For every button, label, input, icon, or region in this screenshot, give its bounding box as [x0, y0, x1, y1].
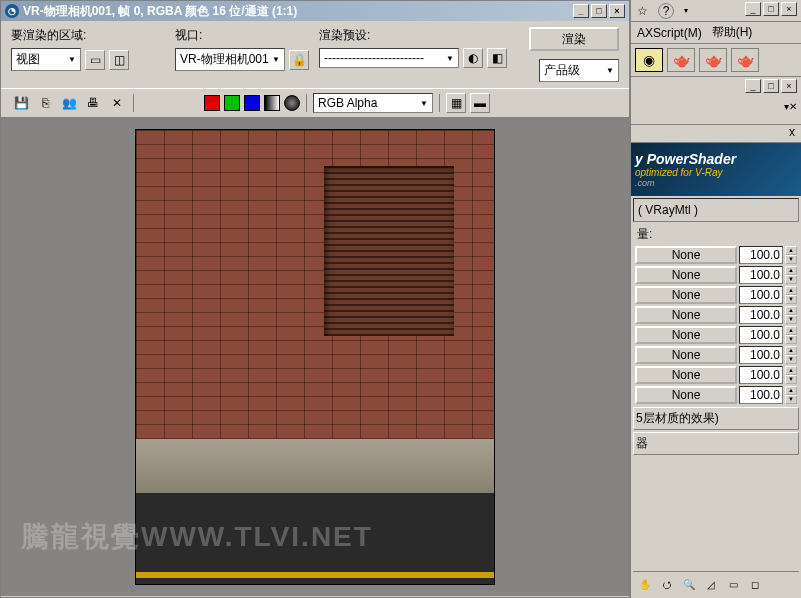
spin-down-icon[interactable]: ▼ — [785, 355, 797, 364]
lock-viewport-icon[interactable]: 🔒 — [289, 50, 309, 70]
sample-teapot2-icon[interactable]: 🫖 — [699, 48, 727, 72]
nav-orbit-icon[interactable]: ⭯ — [657, 574, 677, 594]
panel-min-button[interactable]: _ — [745, 79, 761, 93]
area-combo[interactable]: 视图▼ — [11, 48, 81, 71]
map-slot-row: None100.0▲▼ — [631, 305, 801, 325]
region-select-rect-icon[interactable]: ▭ — [85, 50, 105, 70]
channel-value: RGB Alpha — [318, 96, 377, 110]
sidewalk — [136, 439, 494, 493]
spin-down-icon[interactable]: ▼ — [785, 295, 797, 304]
spin-down-icon[interactable]: ▼ — [785, 395, 797, 404]
minimize-button[interactable]: _ — [573, 4, 589, 18]
maximize-button[interactable]: □ — [591, 4, 607, 18]
spin-down-icon[interactable]: ▼ — [785, 375, 797, 384]
spin-up-icon[interactable]: ▲ — [785, 246, 797, 255]
spin-up-icon[interactable]: ▲ — [785, 286, 797, 295]
title-bar[interactable]: ◔ VR-物理相机001, 帧 0, RGBA 颜色 16 位/通道 (1:1)… — [1, 1, 629, 21]
map-amount-spinner[interactable]: 100.0 — [739, 346, 783, 364]
rollout-arrow-icon[interactable]: ▾✕ — [784, 101, 797, 112]
map-amount-spinner[interactable]: 100.0 — [739, 246, 783, 264]
region-auto-icon[interactable]: ◫ — [109, 50, 129, 70]
nav-region-icon[interactable]: ▭ — [723, 574, 743, 594]
channel-red-icon[interactable] — [204, 95, 220, 111]
map-slot-row: None100.0▲▼ — [631, 265, 801, 285]
menu-bar-2: AXScript(M) 帮助(H) — [631, 22, 801, 44]
panel-max-button[interactable]: □ — [763, 79, 779, 93]
preset-combo[interactable]: -------------------------▼ — [319, 48, 459, 68]
render-frame-window: ◔ VR-物理相机001, 帧 0, RGBA 颜色 16 位/通道 (1:1)… — [0, 0, 630, 598]
channel-combo[interactable]: RGB Alpha▼ — [313, 93, 433, 113]
map-amount-spinner[interactable]: 100.0 — [739, 366, 783, 384]
section-qi[interactable]: 器 — [633, 432, 799, 455]
spin-up-icon[interactable]: ▲ — [785, 386, 797, 395]
spin-down-icon[interactable]: ▼ — [785, 315, 797, 324]
nav-zoom-icon[interactable]: 🔍 — [679, 574, 699, 594]
clone-icon[interactable]: 👥 — [59, 93, 79, 113]
sample-teapot3-icon[interactable]: 🫖 — [731, 48, 759, 72]
map-slot-button[interactable]: None — [635, 246, 737, 264]
close-x-icon[interactable]: x — [631, 125, 801, 143]
help-menu[interactable]: 帮助(H) — [712, 24, 753, 41]
window-vent — [324, 166, 454, 336]
copy-icon[interactable]: ⎘ — [35, 93, 55, 113]
map-slot-button[interactable]: None — [635, 326, 737, 344]
prod-value: 产品级 — [544, 62, 580, 79]
spin-up-icon[interactable]: ▲ — [785, 326, 797, 335]
preset-option-b-icon[interactable]: ◧ — [487, 48, 507, 68]
map-amount-spinner[interactable]: 100.0 — [739, 326, 783, 344]
spin-up-icon[interactable]: ▲ — [785, 346, 797, 355]
map-slot-button[interactable]: None — [635, 266, 737, 284]
map-slot-button[interactable]: None — [635, 386, 737, 404]
channel-mono-icon[interactable] — [264, 95, 280, 111]
channel-alpha-icon[interactable] — [284, 95, 300, 111]
viewport-label: 视口: — [175, 27, 315, 44]
production-combo[interactable]: 产品级▼ — [539, 59, 619, 82]
preset-option-a-icon[interactable]: ◐ — [463, 48, 483, 68]
nav-pan-icon[interactable]: ✋ — [635, 574, 655, 594]
help-icon[interactable]: ? — [658, 3, 674, 19]
spin-down-icon[interactable]: ▼ — [785, 275, 797, 284]
close-button[interactable]: × — [609, 4, 625, 18]
map-amount-spinner[interactable]: 100.0 — [739, 386, 783, 404]
channel-green-icon[interactable] — [224, 95, 240, 111]
spin-up-icon[interactable]: ▲ — [785, 306, 797, 315]
spin-up-icon[interactable]: ▲ — [785, 366, 797, 375]
powershader-sub: optimized for V-Ray — [635, 167, 797, 178]
star-icon[interactable]: ☆ — [637, 4, 648, 18]
toggle-ui-icon[interactable]: ▬ — [470, 93, 490, 113]
spin-down-icon[interactable]: ▼ — [785, 335, 797, 344]
spin-up-icon[interactable]: ▲ — [785, 266, 797, 275]
sample-sphere-icon[interactable]: ◉ — [635, 48, 663, 72]
channel-blue-icon[interactable] — [244, 95, 260, 111]
app-close-button[interactable]: × — [781, 2, 797, 16]
viewport-combo[interactable]: VR-物理相机001▼ — [175, 48, 285, 71]
map-amount-spinner[interactable]: 100.0 — [739, 286, 783, 304]
map-slot-button[interactable]: None — [635, 366, 737, 384]
render-button[interactable]: 渲染 — [529, 27, 619, 51]
map-slot-button[interactable]: None — [635, 346, 737, 364]
render-viewport[interactable]: 騰龍視覺WWW.TLVI.NET — [1, 118, 629, 596]
powershader-banner: y PowerShader optimized for V-Ray .com — [631, 143, 801, 196]
save-icon[interactable]: 💾 — [11, 93, 31, 113]
spin-down-icon[interactable]: ▼ — [785, 255, 797, 264]
map-slots-list: None100.0▲▼None100.0▲▼None100.0▲▼None100… — [631, 245, 801, 405]
map-slot-button[interactable]: None — [635, 306, 737, 324]
clear-icon[interactable]: ✕ — [107, 93, 127, 113]
toggle-overlay-icon[interactable]: ▦ — [446, 93, 466, 113]
nav-max-icon[interactable]: ◻ — [745, 574, 765, 594]
panel-close-button[interactable]: × — [781, 79, 797, 93]
map-amount-spinner[interactable]: 100.0 — [739, 266, 783, 284]
map-slot-button[interactable]: None — [635, 286, 737, 304]
section-layer-effect[interactable]: 5层材质的效果) — [633, 407, 799, 430]
render-toolbar: 💾 ⎘ 👥 🖶 ✕ RGB Alpha▼ ▦ ▬ — [1, 88, 629, 118]
print-icon[interactable]: 🖶 — [83, 93, 103, 113]
app-restore-button[interactable]: □ — [763, 2, 779, 16]
sample-teapot1-icon[interactable]: 🫖 — [667, 48, 695, 72]
maxscript-menu[interactable]: AXScript(M) — [637, 26, 702, 40]
material-name-field[interactable]: ( VRayMtl ) — [633, 198, 799, 222]
map-amount-spinner[interactable]: 100.0 — [739, 306, 783, 324]
rendered-image — [135, 129, 495, 585]
app-minimize-button[interactable]: _ — [745, 2, 761, 16]
nav-fov-icon[interactable]: ◿ — [701, 574, 721, 594]
menu-bar: ☆ ? ▾ _ □ × — [631, 0, 801, 22]
